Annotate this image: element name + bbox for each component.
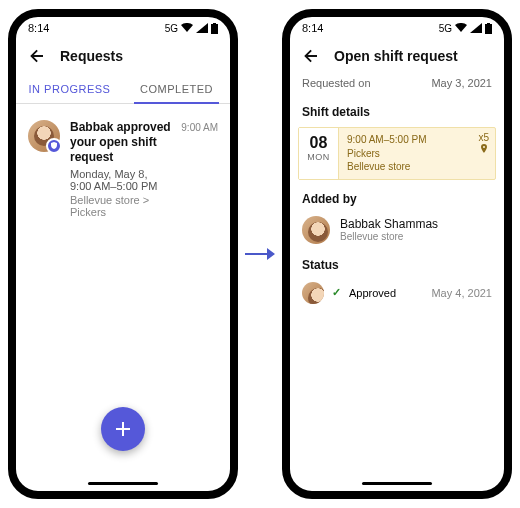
requested-label: Requested on <box>302 77 371 89</box>
request-item-sub: Monday, May 8, 9:00 AM–5:00 PM <box>70 168 171 192</box>
shift-details-head: Shift details <box>290 97 504 123</box>
back-button[interactable] <box>302 47 320 65</box>
status-head: Status <box>290 250 504 276</box>
request-list: Babbak approved your open shift request … <box>16 104 230 234</box>
status-time: 8:14 <box>302 22 323 34</box>
added-by-text: Babbak Shammas Bellevue store <box>340 217 438 242</box>
shift-day-num: 08 <box>299 134 338 152</box>
status-net: 5G <box>439 23 452 34</box>
status-net: 5G <box>165 23 178 34</box>
status-bar: 8:14 5G <box>16 17 230 39</box>
request-item-title: Babbak approved your open shift request <box>70 120 171 165</box>
phone-left: 8:14 5G Requests IN PROGRESS COMPLETED B… <box>8 9 238 499</box>
added-by-sub: Bellevue store <box>340 231 438 242</box>
avatar <box>302 216 330 244</box>
arrow-left-icon <box>302 47 320 65</box>
request-item[interactable]: Babbak approved your open shift request … <box>16 110 230 228</box>
shift-side: x5 <box>478 131 489 157</box>
avatar-wrap <box>28 120 60 152</box>
shield-badge-icon <box>46 138 62 154</box>
status-text: Approved <box>349 287 396 299</box>
home-indicator <box>362 482 432 485</box>
wifi-icon <box>455 23 467 33</box>
request-item-body: Babbak approved your open shift request … <box>70 120 171 218</box>
shift-card[interactable]: 08 MON 9:00 AM–5:00 PM Pickers Bellevue … <box>298 127 496 180</box>
wifi-icon <box>181 23 193 33</box>
home-indicator <box>88 482 158 485</box>
shift-store: Bellevue store <box>347 160 487 174</box>
top-bar: Requests <box>16 39 230 73</box>
flow-arrow <box>245 244 275 264</box>
svg-rect-0 <box>211 24 218 34</box>
requested-date: May 3, 2021 <box>431 77 492 89</box>
top-bar: Open shift request <box>290 39 504 73</box>
shift-group: Pickers <box>347 147 487 161</box>
shift-day-dow: MON <box>299 152 338 162</box>
fab-add[interactable] <box>101 407 145 451</box>
status-bar: 8:14 5G <box>290 17 504 39</box>
battery-icon <box>211 23 218 34</box>
shift-count: x5 <box>478 131 489 144</box>
arrow-left-icon <box>28 47 46 65</box>
svg-rect-2 <box>485 24 492 34</box>
tabs: IN PROGRESS COMPLETED <box>16 73 230 104</box>
request-item-crumb: Bellevue store > Pickers <box>70 194 171 218</box>
shift-time: 9:00 AM–5:00 PM <box>347 133 487 147</box>
status-icons: 5G <box>165 23 218 34</box>
added-by-head: Added by <box>290 184 504 210</box>
arrow-right-icon <box>245 244 275 264</box>
location-icon <box>479 144 489 154</box>
page-title: Open shift request <box>334 48 458 64</box>
tab-completed[interactable]: COMPLETED <box>123 73 230 103</box>
request-item-time: 9:00 AM <box>181 120 218 218</box>
tab-in-progress[interactable]: IN PROGRESS <box>16 73 123 103</box>
shift-body: 9:00 AM–5:00 PM Pickers Bellevue store x… <box>339 128 495 179</box>
signal-icon <box>470 23 482 33</box>
battery-icon <box>485 23 492 34</box>
status-icons: 5G <box>439 23 492 34</box>
status-time: 8:14 <box>28 22 49 34</box>
status-row: ✓ Approved May 4, 2021 <box>290 276 504 310</box>
page-title: Requests <box>60 48 123 64</box>
requested-row: Requested on May 3, 2021 <box>290 73 504 97</box>
shift-date: 08 MON <box>299 128 339 179</box>
status-date: May 4, 2021 <box>431 287 492 299</box>
svg-rect-3 <box>487 23 490 24</box>
added-by-name: Babbak Shammas <box>340 217 438 231</box>
svg-rect-1 <box>213 23 216 24</box>
avatar <box>302 282 324 304</box>
back-button[interactable] <box>28 47 46 65</box>
check-icon: ✓ <box>332 286 341 299</box>
signal-icon <box>196 23 208 33</box>
added-by-row[interactable]: Babbak Shammas Bellevue store <box>290 210 504 250</box>
plus-icon <box>114 420 132 438</box>
phone-right: 8:14 5G Open shift request Requested on … <box>282 9 512 499</box>
